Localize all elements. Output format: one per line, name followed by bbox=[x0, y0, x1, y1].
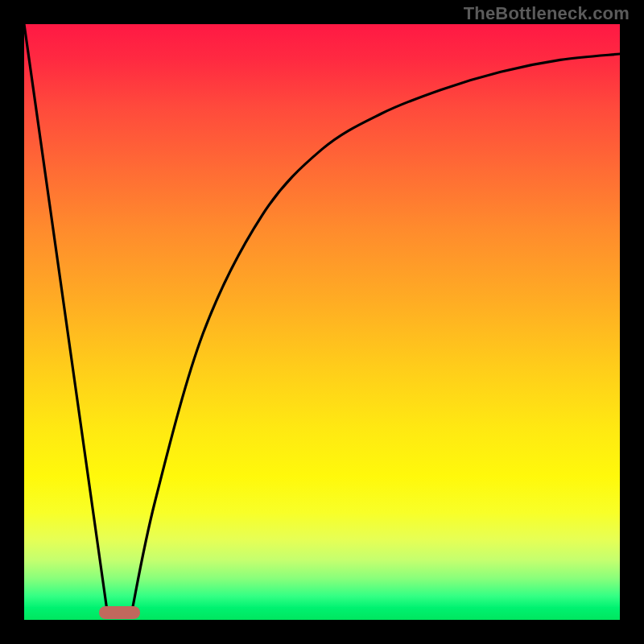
right-branch-curve bbox=[131, 54, 620, 614]
left-branch-curve bbox=[24, 24, 108, 614]
curve-layer bbox=[24, 24, 620, 620]
attribution-label: TheBottleneck.com bbox=[464, 3, 630, 24]
plot-area bbox=[24, 24, 620, 620]
chart-frame: TheBottleneck.com bbox=[0, 0, 644, 644]
trough-bump bbox=[99, 606, 141, 619]
